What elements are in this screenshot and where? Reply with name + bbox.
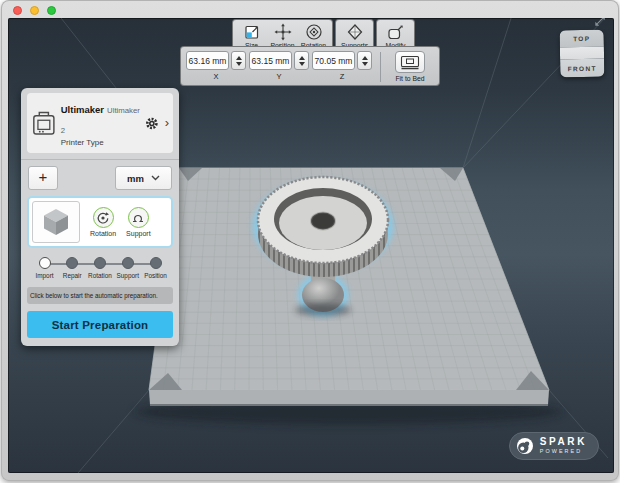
- step-import: Import: [31, 257, 58, 279]
- instruction-text: Click below to start the automatic prepa…: [27, 287, 173, 304]
- minimize-window-icon[interactable]: [30, 6, 39, 15]
- chevron-down-icon: [151, 175, 160, 181]
- preparation-steps: Import Repair Rotation Support: [27, 257, 173, 279]
- model-thumbnail[interactable]: [32, 201, 80, 243]
- window-controls: [13, 6, 56, 15]
- fit-to-bed-icon: [400, 55, 420, 70]
- step-import-label: Import: [35, 272, 53, 279]
- dimension-z: Z: [312, 51, 372, 81]
- printer-type-card[interactable]: UltimakerUltimaker 2 Printer Type ›: [27, 93, 173, 153]
- step-rotation: Rotation: [87, 257, 114, 279]
- cube-thumbnail-icon: [41, 206, 71, 238]
- spark-name: SPARK: [540, 437, 587, 447]
- step-support: Support: [114, 257, 141, 279]
- support-action[interactable]: Support: [126, 207, 151, 237]
- chevron-right-icon[interactable]: ›: [164, 118, 170, 128]
- rotation-action-icon: [96, 211, 110, 225]
- selected-model-card[interactable]: Rotation Support: [27, 196, 173, 248]
- dimension-z-stepper[interactable]: [357, 51, 372, 70]
- dimension-x: X: [186, 51, 246, 81]
- step-repair: Repair: [59, 257, 86, 279]
- dimension-y-label: Y: [276, 72, 281, 81]
- fit-to-bed-button[interactable]: [395, 51, 425, 73]
- view-cube-top-label: TOP: [573, 35, 590, 42]
- step-rotation-label: Rotation: [88, 272, 112, 279]
- panel-divider: [21, 159, 179, 160]
- rotation-action-label: Rotation: [90, 230, 116, 237]
- view-cube[interactable]: TOP FRONT: [560, 30, 605, 78]
- dimension-x-input[interactable]: [186, 51, 229, 70]
- view-cube-front-label: FRONT: [568, 64, 597, 72]
- rotation-action[interactable]: Rotation: [90, 207, 116, 237]
- dimension-z-label: Z: [340, 72, 345, 81]
- view-cube-top-face[interactable]: TOP: [560, 30, 604, 48]
- printer-info: UltimakerUltimaker 2 Printer Type: [61, 98, 140, 148]
- step-position-label: Position: [144, 272, 167, 279]
- dimension-x-label: X: [213, 72, 218, 81]
- printer-icon: [32, 108, 56, 138]
- add-model-button[interactable]: +: [28, 166, 58, 190]
- supports-icon: [346, 23, 364, 41]
- zoom-window-icon[interactable]: [47, 6, 56, 15]
- printer-settings-gear-icon[interactable]: [145, 116, 159, 131]
- dimension-z-input[interactable]: [312, 51, 355, 70]
- expand-icon[interactable]: [594, 18, 606, 27]
- step-import-dot: [39, 257, 51, 269]
- printer-brand: Ultimaker: [61, 104, 104, 115]
- support-action-icon: [131, 211, 145, 225]
- toolbar-divider: [380, 52, 381, 82]
- spark-logo-icon: [516, 437, 534, 455]
- step-repair-label: Repair: [63, 272, 82, 279]
- position-move-icon: [274, 23, 292, 41]
- dimensions-toolbar: X Y Z: [180, 46, 440, 86]
- spark-tagline: POWERED: [540, 449, 587, 454]
- modify-icon: [387, 23, 405, 41]
- step-position-dot: [150, 257, 162, 269]
- view-cube-edge[interactable]: [560, 47, 604, 60]
- viewport: Size Position: [8, 18, 614, 473]
- fit-to-bed: Fit to Bed: [386, 51, 434, 82]
- fit-to-bed-label: Fit to Bed: [395, 75, 424, 82]
- rotation-tool-icon: [305, 23, 323, 41]
- step-repair-dot: [66, 257, 78, 269]
- dimension-y: Y: [249, 51, 309, 81]
- units-dropdown[interactable]: mm: [115, 166, 172, 190]
- close-window-icon[interactable]: [13, 6, 22, 15]
- dimension-y-stepper[interactable]: [294, 51, 309, 70]
- dimension-x-stepper[interactable]: [231, 51, 246, 70]
- step-support-dot: [122, 257, 134, 269]
- dimension-y-input[interactable]: [249, 51, 292, 70]
- support-action-label: Support: [126, 230, 151, 237]
- size-scale-icon: [243, 23, 261, 41]
- step-position: Position: [142, 257, 169, 279]
- step-support-label: Support: [117, 272, 139, 279]
- spark-powered-badge: SPARK POWERED: [509, 432, 599, 460]
- step-rotation-dot: [94, 257, 106, 269]
- view-cube-front-face[interactable]: FRONT: [560, 59, 604, 78]
- app-window: Size Position: [1, 0, 619, 481]
- printer-type-label: Printer Type: [61, 138, 140, 148]
- units-row: + mm: [27, 166, 173, 190]
- units-value: mm: [127, 173, 144, 184]
- start-preparation-button[interactable]: Start Preparation: [27, 311, 173, 338]
- preparation-panel: UltimakerUltimaker 2 Printer Type › + mm: [21, 88, 179, 346]
